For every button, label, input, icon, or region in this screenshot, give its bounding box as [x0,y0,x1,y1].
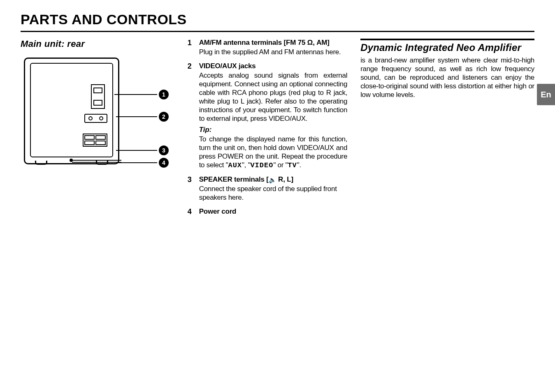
antenna-terminals-icon [91,84,105,109]
item-1-head: AM/FM antenna terminals [FM 75 Ω, AM] [199,39,347,47]
item-2-tip-body: To change the displayed name for this fu… [199,135,347,170]
speaker-icon: 🔈 [269,176,276,184]
item-3-head: SPEAKER terminals [🔈 R, L] [199,175,347,184]
item-4-bullet: 4 [188,208,199,217]
item-2-bullet: 2 [188,62,199,170]
language-tab-en: En [537,84,555,105]
item-2: 2 VIDEO/AUX jacks Accepts analog sound s… [188,62,347,170]
item-2-tip-head: Tip: [199,126,347,134]
item-3: 3 SPEAKER terminals [🔈 R, L] Connect the… [188,175,347,202]
item-1: 1 AM/FM antenna terminals [FM 75 Ω, AM] … [188,39,347,56]
callout-1: 1 [114,90,169,99]
item-3-body: Connect the speaker cord of the supplied… [199,184,347,202]
callout-4: 4 [117,158,169,168]
item-4: 4 Power cord [188,208,347,217]
item-2-body: Accepts analog sound signals from extern… [199,71,347,123]
left-subhead: Main unit: rear [21,39,174,49]
title-divider [21,31,534,32]
item-2-head: VIDEO/AUX jacks [199,62,347,70]
power-cord-icon [70,159,121,164]
aux-jacks-icon [84,114,107,123]
unit-outline [24,58,119,164]
right-head: Dynamic Integrated Neo Amplifier [360,39,534,53]
item-4-head: Power cord [199,208,347,216]
right-body: is a brand-new amplifier system where cl… [360,56,534,99]
callout-2: 2 [116,112,169,122]
unit-inner-panel [30,63,113,157]
callout-3: 3 [116,145,169,155]
item-1-bullet: 1 [188,39,199,56]
speaker-terminals-icon [83,134,107,147]
page-title: PARTS AND CONTROLS [21,12,534,28]
item-3-bullet: 3 [188,175,199,202]
item-1-body: Plug in the supplied AM and FM antennas … [199,48,347,56]
rear-unit-diagram: 1 2 3 4 [21,58,169,173]
unit-foot-left [35,161,47,165]
